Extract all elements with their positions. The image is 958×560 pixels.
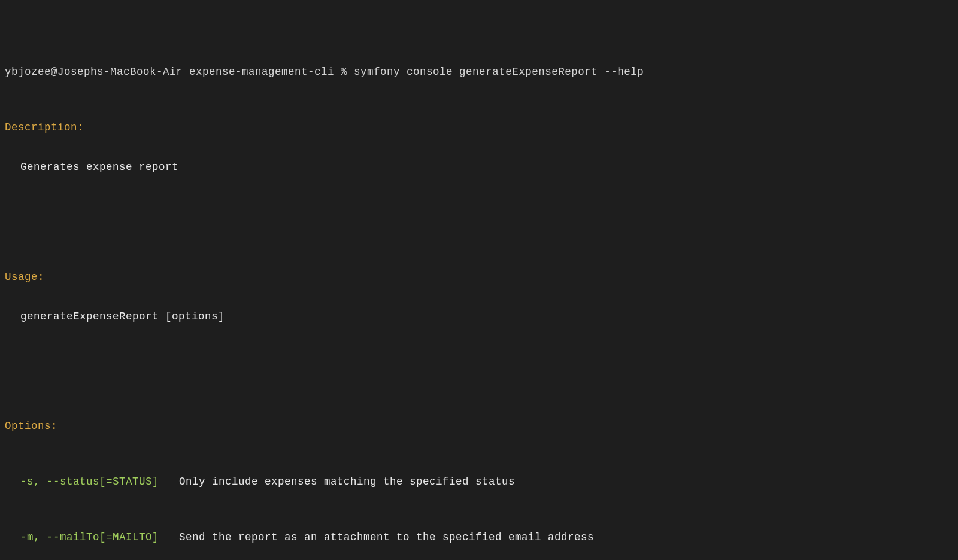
- description-text: Generates expense report: [5, 159, 953, 175]
- option-flag: -m, --mailTo[=MAILTO]: [20, 529, 179, 545]
- description-header: Description:: [5, 120, 953, 135]
- option-desc: Send the report as an attachment to the …: [179, 529, 594, 545]
- option-row-status: -s, --status[=STATUS]Only include expens…: [5, 474, 953, 489]
- option-row-mailto: -m, --mailTo[=MAILTO]Send the report as …: [5, 529, 953, 545]
- options-header: Options:: [5, 418, 953, 434]
- usage-header: Usage:: [5, 269, 953, 285]
- usage-text: generateExpenseReport [options]: [5, 309, 953, 324]
- option-flag: -s, --status[=STATUS]: [20, 474, 179, 489]
- option-desc: Only include expenses matching the speci…: [179, 474, 515, 489]
- terminal-prompt-line: ybjozee@Josephs-MacBook-Air expense-mana…: [5, 64, 953, 80]
